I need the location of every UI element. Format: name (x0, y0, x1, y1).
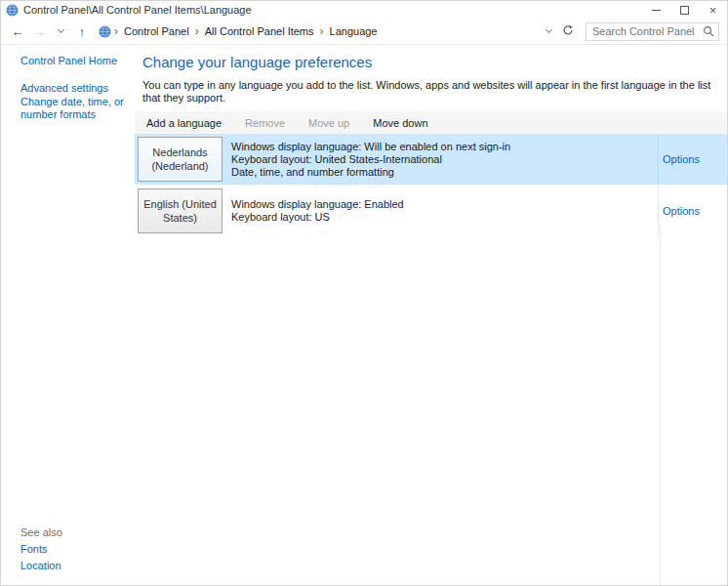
breadcrumb-item-language[interactable]: Language (325, 22, 383, 40)
up-icon: ↑ (79, 24, 86, 39)
refresh-icon (562, 24, 574, 38)
forward-button[interactable]: → (28, 21, 50, 42)
sidebar: Control Panel Home Advanced settings Cha… (1, 45, 135, 585)
detail-keyboard-layout: Keyboard layout: US (231, 211, 658, 224)
language-tile[interactable]: English (United States) (138, 188, 222, 233)
main-pane: Change your language preferences You can… (135, 45, 727, 585)
back-icon: ← (12, 24, 24, 39)
address-bar: ← → ↑ › Control Panel › All Control Pane… (1, 19, 727, 45)
remove-button: Remove (241, 115, 289, 131)
sidebar-item-control-panel-home[interactable]: Control Panel Home (20, 55, 127, 67)
chevron-down-icon (57, 26, 63, 33)
maximize-button[interactable] (670, 1, 699, 19)
search-icon[interactable] (703, 25, 714, 37)
language-details: Windows display language: Will be enable… (231, 141, 658, 179)
move-up-button: Move up (304, 115, 353, 131)
window-title: Control Panel\All Control Panel Items\La… (23, 4, 642, 16)
language-details: Windows display language: Enabled Keyboa… (231, 198, 658, 224)
see-also-section: See also Fonts Location (20, 526, 62, 576)
search-box (586, 22, 719, 41)
options-link[interactable]: Options (663, 205, 700, 217)
control-panel-icon (99, 25, 111, 38)
up-button[interactable]: ↑ (71, 21, 93, 42)
detail-display-language: Windows display language: Will be enable… (231, 141, 658, 153)
breadcrumb-item-control-panel[interactable]: Control Panel (119, 22, 194, 40)
options-link[interactable]: Options (663, 153, 700, 165)
see-also-header: See also (20, 526, 62, 539)
language-tile[interactable]: Nederlands (Nederland) (138, 137, 222, 182)
minimize-button[interactable] (642, 1, 670, 19)
sidebar-item-change-date-time-formats[interactable]: Change date, time, or number formats (20, 96, 127, 121)
minimize-icon (652, 10, 661, 11)
options-column-separator (660, 224, 661, 585)
language-row-nederlands[interactable]: Nederlands (Nederland) Windows display l… (135, 134, 727, 185)
page-description: You can type in any language you add to … (142, 79, 727, 105)
detail-date-time-formatting: Date, time, and number formatting (231, 166, 658, 179)
recent-pages-button[interactable] (50, 21, 71, 42)
chevron-down-icon (545, 26, 551, 33)
breadcrumb: › Control Panel › All Control Panel Item… (95, 21, 578, 42)
refresh-button[interactable] (558, 21, 578, 41)
detail-keyboard-layout: Keyboard layout: United States-Internati… (231, 153, 658, 166)
title-bar: Control Panel\All Control Panel Items\La… (1, 1, 727, 19)
search-input[interactable] (592, 25, 703, 37)
forward-icon: → (33, 24, 46, 39)
page-title: Change your language preferences (142, 54, 727, 71)
close-icon: × (709, 4, 717, 17)
add-language-button[interactable]: Add a language (142, 115, 225, 131)
detail-display-language: Windows display language: Enabled (231, 198, 658, 211)
options-cell: Options (658, 134, 727, 185)
sidebar-item-advanced-settings[interactable]: Advanced settings (20, 82, 127, 95)
back-button[interactable]: ← (7, 21, 28, 42)
language-row-english[interactable]: English (United States) Windows display … (135, 185, 727, 237)
address-dropdown-button[interactable] (539, 21, 558, 41)
breadcrumb-item-all-items[interactable]: All Control Panel Items (200, 22, 319, 40)
window-controls: × (642, 1, 727, 19)
content-area: Control Panel Home Advanced settings Cha… (1, 45, 727, 585)
move-down-button[interactable]: Move down (369, 115, 431, 131)
sidebar-item-fonts[interactable]: Fonts (20, 543, 62, 556)
sidebar-item-location[interactable]: Location (20, 560, 62, 572)
close-button[interactable]: × (699, 1, 727, 19)
control-panel-window: Control Panel\All Control Panel Items\La… (0, 0, 728, 586)
options-cell: Options (658, 185, 727, 237)
maximize-icon (680, 6, 689, 15)
language-app-icon (6, 4, 19, 17)
language-toolbar: Add a language Remove Move up Move down (135, 111, 727, 134)
